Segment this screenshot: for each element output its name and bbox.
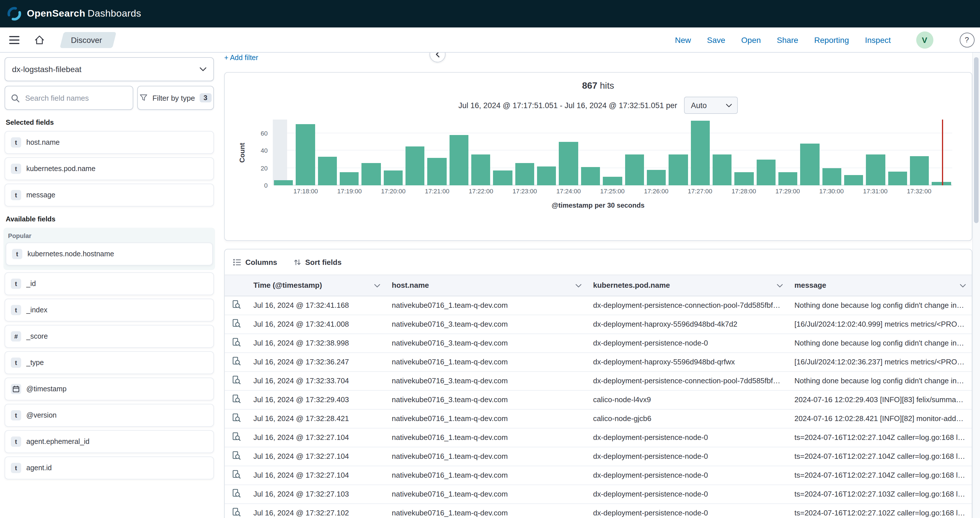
histogram-bar-17:31:00[interactable] [866,154,885,185]
inspect-document-icon[interactable] [225,447,248,465]
x-tick-label: 17:29:00 [776,188,800,194]
histogram-bar-17:25:30[interactable] [625,154,644,185]
column-header-Time (@timestamp)[interactable]: Time (@timestamp) [248,275,386,296]
filter-by-type-button[interactable]: Filter by type 3 [137,86,214,110]
histogram-bar-17:23:30[interactable] [537,166,556,185]
chevron-down-icon[interactable] [777,281,783,290]
field-item-message[interactable]: tmessage [5,183,214,207]
pod-cell: calico-node-l4vx9 [587,390,789,409]
histogram-bar-17:28:30[interactable] [756,159,776,185]
field-item-kubernetes.node.hostname[interactable]: tkubernetes.node.hostname [6,242,213,265]
popular-header: Popular [8,232,212,239]
inspect-document-icon[interactable] [225,485,248,504]
search-icon [11,94,19,102]
histogram-bar-17:24:00[interactable] [559,142,578,185]
field-name: agent.id [26,464,52,472]
sort-fields-button[interactable]: Sort fields [293,258,342,266]
field-item-@version[interactable]: t@version [5,404,214,427]
x-tick-label: 17:31:00 [863,188,888,194]
popular-fields-list: tkubernetes.node.hostname [6,242,213,265]
chevron-down-icon[interactable] [374,281,380,290]
histogram-bar-17:21:00[interactable] [428,158,447,185]
nav-action-open[interactable]: Open [741,35,761,44]
histogram-bar-17:26:30[interactable] [668,154,688,185]
inspect-document-icon[interactable] [225,390,248,409]
histogram-bar-17:17:30[interactable] [274,180,293,185]
field-name: message [26,191,55,199]
histogram-bar-17:19:00[interactable] [340,172,359,185]
histogram-bar-17:22:30[interactable] [493,171,512,185]
message-cell: [16/Jul/2024:12:02:36.237] metrics metri… [789,352,971,371]
histogram-bar-17:32:30[interactable] [932,182,951,185]
vertical-scrollbar[interactable] [972,53,980,518]
field-item-_id[interactable]: t_id [5,272,214,295]
histogram-bar-17:21:30[interactable] [450,135,469,186]
histogram-bar-17:19:30[interactable] [362,163,381,185]
avatar[interactable]: V [916,31,933,48]
field-item-_type[interactable]: t_type [5,351,214,374]
filter-count-badge: 3 [200,93,211,102]
histogram-bar-17:28:00[interactable] [734,172,754,185]
histogram-bar-17:23:00[interactable] [515,163,535,185]
histogram-bar-17:30:30[interactable] [844,175,863,185]
histogram-bar-17:29:00[interactable] [778,172,797,185]
inspect-document-icon[interactable] [225,504,248,518]
help-icon[interactable]: ? [959,32,974,47]
menu-button[interactable] [6,31,23,48]
field-item-@timestamp[interactable]: @timestamp [5,378,214,400]
inspect-document-icon[interactable] [225,315,248,333]
field-item-_score[interactable]: #_score [5,325,214,348]
nav-action-reporting[interactable]: Reporting [814,35,849,44]
histogram-bar-17:30:00[interactable] [822,168,841,186]
nav-action-save[interactable]: Save [707,35,725,44]
histogram-bar-17:27:00[interactable] [690,120,710,185]
histogram-bar-17:18:00[interactable] [296,124,315,185]
field-item-agent.id[interactable]: tagent.id [5,456,214,480]
histogram-bar-17:22:00[interactable] [471,154,490,185]
column-header-message[interactable]: message [789,275,971,296]
scrollbar-thumb[interactable] [974,57,978,223]
field-item-kubernetes.pod.name[interactable]: tkubernetes.pod.name [5,157,214,180]
home-button[interactable] [31,31,48,48]
histogram-bar-17:31:30[interactable] [888,172,907,185]
host-cell: nativekube0716_1.team-q-dev.com [386,447,587,465]
field-item-host.name[interactable]: thost.name [5,131,214,154]
nav-action-new[interactable]: New [675,35,691,44]
inspect-document-icon[interactable] [225,296,248,315]
column-header-host.name[interactable]: host.name [386,275,587,296]
inspect-document-icon[interactable] [225,465,248,485]
histogram-bar-17:20:00[interactable] [383,171,402,185]
histogram-bar-17:29:30[interactable] [800,144,819,185]
chevron-down-icon[interactable] [575,281,582,290]
histogram-bar-17:26:00[interactable] [647,170,666,185]
histogram-bar-17:18:30[interactable] [318,157,337,185]
current-time-marker [942,120,943,185]
histogram-bar-17:24:30[interactable] [581,167,600,185]
time-cell: Jul 16, 2024 @ 17:32:27.103 [248,485,386,504]
histogram-bar-17:20:30[interactable] [406,147,425,185]
histogram-bar-17:32:00[interactable] [910,156,929,185]
inspect-document-icon[interactable] [225,371,248,390]
field-item-_index[interactable]: t_index [5,299,214,322]
chevron-down-icon [200,67,207,72]
add-filter-button[interactable]: + Add filter [224,54,258,62]
inspect-document-icon[interactable] [225,352,248,371]
inspect-document-icon[interactable] [225,409,248,428]
opensearch-logo[interactable]: OpenSearchDashboards [7,6,141,21]
interval-select[interactable]: Auto [684,97,738,114]
histogram-bar-17:27:30[interactable] [713,154,732,185]
chevron-down-icon[interactable] [959,281,966,290]
field-item-agent.ephemeral_id[interactable]: tagent.ephemeral_id [5,430,214,453]
index-pattern-select[interactable]: dx-logstash-filebeat [5,57,214,81]
columns-button[interactable]: Columns [233,258,277,266]
inspect-document-icon[interactable] [225,428,248,447]
filter-by-type-label: Filter by type [153,94,195,102]
search-field-names-input[interactable] [24,93,127,103]
nav-action-share[interactable]: Share [777,35,799,44]
histogram-bar-17:25:00[interactable] [603,177,622,185]
inspect-document-icon[interactable] [225,333,248,352]
breadcrumb-discover[interactable]: Discover [62,32,115,48]
nav-action-inspect[interactable]: Inspect [865,35,891,44]
column-label: message [794,281,826,290]
column-header-kubernetes.pod.name[interactable]: kubernetes.pod.name [587,275,789,296]
